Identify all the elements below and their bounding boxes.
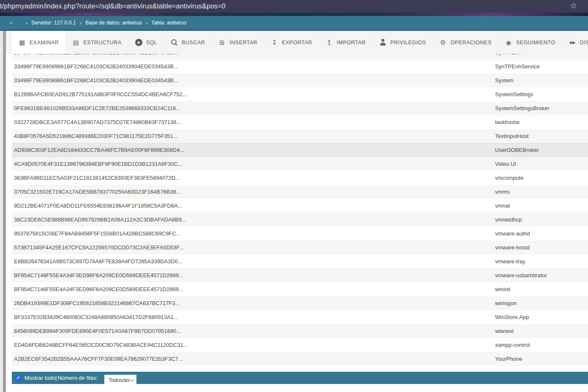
table-row[interactable]: BF954C7146F55E4A34F3ED96F6A209CE0D569DEE… — [12, 282, 588, 296]
table-row[interactable]: 38C23DE6C5E988B96EAD957929BB2A09A112A2C3… — [12, 213, 588, 227]
name-cell[interactable]: vmnat — [495, 203, 588, 209]
hash-cell[interactable]: ED4D6FDB6248BCFF64E5652CD0C9D79C483BACE9… — [12, 342, 495, 348]
results-grid: 33496F79E89089861BF2268C4103C62B24033904… — [12, 54, 588, 366]
hash-cell[interactable]: 363BFA96D11EC5A03F21C181381452C6393EF383… — [12, 175, 495, 181]
hash-cell[interactable]: 33496F79E89089861BF2268C4103C62B24033904… — [12, 54, 495, 56]
tab[interactable]: ↥ IMPORTAR — [319, 31, 373, 54]
nav-scrollbar-thumb[interactable] — [3, 31, 6, 392]
tab[interactable]: ↧ EXPORTAR — [264, 31, 319, 54]
table-row[interactable]: 8456099DEB994F309FDE890E4F0E571A0A67F9B7… — [12, 324, 588, 338]
table-row[interactable]: 363BFA96D11EC5A03F21C181381452C6393EF383… — [12, 171, 588, 185]
hash-cell[interactable]: 33496F79E89089861BF2268C4103C62B24033904… — [12, 63, 495, 70]
name-cell[interactable]: Video.UI — [495, 161, 588, 167]
hash-cell[interactable]: 9D212BE4071F0EA8DD11FE6554E838196A4F1F18… — [12, 203, 495, 209]
tab[interactable]: ▤ ESTRUCTURA — [65, 31, 128, 54]
table-row[interactable]: BF954C7146F55E4A34F3ED96F6A209CE0D569DEE… — [12, 268, 588, 282]
tab[interactable]: PRIVILEGIOS — [373, 31, 433, 54]
tab[interactable]: ▦ EXAMINAR — [12, 31, 65, 54]
table-tab-bar: ▦ EXAMINAR ▤ ESTRUCTURA ▶ SQL BUSCAR ⊞ I… — [6, 31, 588, 54]
breadcrumb-item[interactable]: Tabla: antivirus — [151, 20, 186, 26]
breadcrumb-separator: › — [26, 20, 27, 26]
table-row[interactable]: AD938C303F12EA8D164433CC7BA46FC7B9AE00F6… — [12, 143, 588, 157]
name-cell[interactable]: vmnetdhcp — [495, 216, 588, 223]
back-arrow-icon[interactable]: ← — [8, 18, 15, 25]
table-row[interactable]: 43B8F0576A5D521886C489386E2030F71C981175… — [12, 129, 588, 143]
breadcrumb: › Servidor: 127.0.0.1 › Base de datos: a… — [26, 20, 186, 26]
table-row[interactable]: 0322728DBCE3A577C4A13B907AD7375D27E74880… — [12, 115, 588, 129]
name-cell[interactable]: SystemSettings — [495, 91, 588, 97]
operations-icon: ⚙ — [440, 39, 447, 46]
table-row[interactable]: 9D212BE4071F0EA8DD11FE6554E838196A4F1F18… — [12, 199, 588, 213]
hash-cell[interactable]: E8BB26476341A9B573C697D74A6F7E839A4FD726… — [12, 258, 495, 265]
name-cell[interactable]: System — [495, 77, 588, 84]
table-row[interactable]: 33496F79E89089861BF2268C4103C62B24033904… — [12, 59, 588, 73]
name-cell[interactable]: winlogon — [495, 300, 588, 306]
hash-cell[interactable]: 43B8F0576A5D521886C489386E2030F71C981175… — [12, 133, 495, 139]
name-cell[interactable]: UserOOBEBroker — [495, 147, 588, 153]
hash-cell[interactable]: 8456099DEB994F309FDE890E4F0E571A0A67F9B7… — [12, 328, 495, 334]
breadcrumb-item[interactable]: Servidor: 127.0.0.1 — [31, 20, 76, 26]
name-cell[interactable]: WinStore.App — [495, 314, 588, 320]
table-row[interactable]: A2B2EC6F3542B2B55AAA76CFF7F30E09EA786290… — [12, 352, 588, 366]
sql-icon: ▶ — [135, 39, 142, 46]
address-url[interactable]: t/phpmyadmin/index.php?route=/sql&db=ant… — [0, 3, 226, 10]
hash-cell[interactable]: 0FE9631BE461029B533A86DF1C2E72BE25396683… — [12, 105, 495, 111]
table-row-partial[interactable]: 33496F79E89089861BF2268C4103C62B24033904… — [12, 54, 588, 59]
browser-address-bar[interactable]: t/phpmyadmin/index.php?route=/sql&db=ant… — [0, 0, 588, 13]
bookmark-star-icon[interactable]: ☆ — [570, 1, 577, 11]
name-cell[interactable]: SynTPEnhService — [495, 63, 588, 70]
name-cell[interactable]: taskhostw — [495, 119, 588, 125]
hash-cell[interactable]: 38C23DE6C5E988B96EAD957929BB2A09A112A2C3… — [12, 216, 495, 223]
name-cell[interactable]: vmware-usbarbitrator — [495, 272, 588, 278]
hash-cell[interactable]: BF954C7146F55E4A34F3ED96F6A209CE0D569DEE… — [12, 286, 495, 292]
hash-cell[interactable]: 4CA9D0570E4F31E1386796394EBF9F90E1BD1D3B… — [12, 161, 495, 167]
table-row[interactable]: B1269BAFCB0EAD912B775191A8B3F0F0CCC554DC… — [12, 87, 588, 101]
name-cell[interactable]: xampp-control — [495, 342, 588, 348]
nav-scrollbar-track[interactable] — [0, 31, 6, 392]
name-cell[interactable]: vmware-tray — [495, 258, 588, 265]
hash-cell[interactable]: BF954C7146F55E4A34F3ED96F6A209CE0D569DEE… — [12, 272, 495, 278]
name-cell[interactable]: wininit — [495, 286, 588, 292]
name-cell[interactable]: SystemSettingsBroker — [495, 105, 588, 111]
hash-cell[interactable]: AD938C303F12EA8D164433CC7BA46FC7B9AE00F6… — [12, 147, 495, 153]
hash-cell[interactable]: 0322728DBCE3A577C4A13B907AD7375D27E74880… — [12, 119, 495, 125]
rows-count-value: Todos/as — [109, 377, 130, 383]
name-cell[interactable]: vmms — [495, 189, 588, 195]
tab[interactable]: ⚙ OPERACIONES — [433, 31, 498, 54]
hash-cell[interactable]: 26DB419399E1DF308FC195821858B322146867CA… — [12, 300, 495, 306]
name-cell[interactable]: YourPhone — [495, 356, 588, 362]
hash-cell[interactable]: 33496F79E89089861BF2268C4103C62B24033904… — [12, 77, 495, 84]
show-all-checkbox[interactable]: ✓ — [15, 375, 21, 381]
table-row[interactable]: 3705C321502E719CA17ADE5BB783770250A60D23… — [12, 185, 588, 199]
hash-cell[interactable]: BF3337E02B3439C480083C3248A880850A63417D… — [12, 314, 495, 320]
table-row[interactable]: 0FE9631BE461029B533A86DF1C2E72BE25396683… — [12, 101, 588, 115]
table-row[interactable]: E8BB26476341A9B573C697D74A6F7E839A4FD726… — [12, 254, 588, 268]
import-icon: ↥ — [326, 39, 333, 46]
tab[interactable]: ◉ SEGUIMIENTO — [498, 31, 562, 54]
window-gradient-strip — [0, 13, 588, 16]
table-row[interactable]: 9537875815C08E7F84AB8456F5F1558B01A428BC… — [12, 227, 588, 241]
tab[interactable]: ▶▶ DISPARADORES — [562, 31, 588, 54]
hash-cell[interactable]: 9537875815C08E7F84AB8456F5F1558B01A428BC… — [12, 230, 495, 237]
name-cell[interactable]: wlanext — [495, 328, 588, 334]
hash-cell[interactable]: 573B71345F4A25E167CFC5A22256570DCDD73C2A… — [12, 244, 495, 251]
tab[interactable]: ▶ SQL — [128, 31, 164, 54]
table-row[interactable]: 26DB419399E1DF308FC195821858B322146867CA… — [12, 296, 588, 310]
hash-cell[interactable]: B1269BAFCB0EAD912B775191A8B3F0F0CCC554DC… — [12, 91, 495, 97]
name-cell[interactable]: TextInputHost — [495, 133, 588, 139]
table-row[interactable]: 573B71345F4A25E167CFC5A22256570DCDD73C2A… — [12, 241, 588, 254]
rows-count-select[interactable]: Todos/as — [104, 375, 136, 386]
breadcrumb-item[interactable]: Base de datos: antivirus — [85, 20, 142, 26]
table-row[interactable]: BF3337E02B3439C480083C3248A880850A63417D… — [12, 310, 588, 324]
name-cell[interactable]: vmcompute — [495, 175, 588, 181]
hash-cell[interactable]: 3705C321502E719CA17ADE5BB783770250A60D23… — [12, 189, 495, 195]
table-row[interactable]: 4CA9D0570E4F31E1386796394EBF9F90E1BD1D3B… — [12, 157, 588, 171]
tab[interactable]: ⊞ INSERTAR — [212, 31, 264, 54]
table-row[interactable]: ED4D6FDB6248BCFF64E5652CD0C9D79C483BACE9… — [12, 338, 588, 352]
name-cell[interactable]: SynTPEnh — [495, 54, 588, 56]
name-cell[interactable]: vmware-authd — [495, 230, 588, 237]
hash-cell[interactable]: A2B2EC6F3542B2B55AAA76CFF7F30E09EA786290… — [12, 356, 495, 362]
tab[interactable]: BUSCAR — [164, 31, 212, 54]
table-row[interactable]: 33496F79E89089861BF2268C4103C62B24033904… — [12, 73, 588, 87]
name-cell[interactable]: vmware-hostd — [495, 244, 588, 251]
